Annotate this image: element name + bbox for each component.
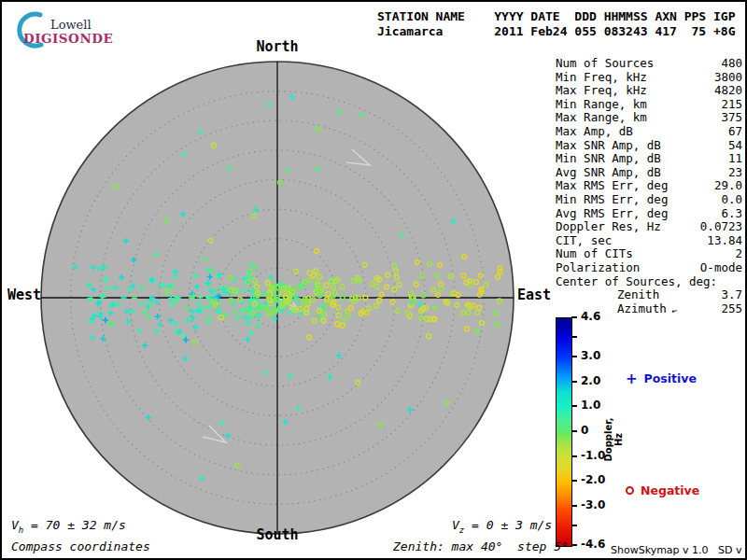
- compass-label-north: North: [256, 38, 298, 55]
- vh-value: = 70 ± 32 m/s: [23, 518, 126, 532]
- stat-label: Center of Sources, deg:: [556, 275, 717, 289]
- stat-value: 11: [728, 152, 742, 166]
- stat-label: Min SNR Amp, dB: [556, 152, 661, 166]
- colorbar-tick: [571, 381, 577, 383]
- colorbar-tick-label: 1.0: [581, 399, 600, 412]
- stat-label: Max SNR Amp, dB: [556, 139, 661, 153]
- legend-negative-label: Negative: [641, 483, 699, 497]
- colorbar-tick-label: -1.0: [581, 449, 605, 462]
- stat-label: Min RMS Err, deg: [556, 193, 668, 207]
- stat-label: Avg SNR Amp, dB: [556, 166, 661, 180]
- stat-value: 2: [735, 247, 742, 261]
- software-version-text: ShowSkymap v 1.0 SD v 4.2: [611, 544, 747, 556]
- logo-digisonde-text: DIGISONDE: [23, 31, 113, 46]
- stat-row: CIT, sec13.84: [556, 234, 742, 248]
- stat-label: CIT, sec: [556, 234, 612, 248]
- stat-value: 375: [721, 111, 742, 125]
- stat-value: 480: [721, 57, 742, 71]
- stat-label: Max Freq, kHz: [556, 84, 647, 98]
- stat-value: 4820: [714, 84, 742, 98]
- colorbar-tick: [571, 430, 577, 432]
- colorbar-tick-label: 3.0: [581, 349, 600, 362]
- colorbar-tick-label: -4.6: [581, 538, 605, 551]
- stat-value: 23: [728, 166, 742, 180]
- colorbar-tick-label: -2.0: [581, 473, 605, 486]
- stat-value: 3.7: [721, 288, 742, 302]
- stat-value: 0.0723: [700, 220, 742, 234]
- legend-positive-label: Positive: [644, 371, 697, 385]
- stat-label: Max RMS Err, deg: [556, 179, 668, 193]
- colorbar-tick: [571, 525, 577, 526]
- vh-symbol: V: [11, 518, 19, 532]
- vz-symbol: V: [452, 518, 459, 532]
- stat-value: 3800: [714, 71, 742, 85]
- stat-value: 29.0: [714, 179, 742, 193]
- stat-value: 0.0: [721, 193, 742, 207]
- stat-label: Num of CITs: [556, 247, 633, 261]
- logo-lowell-text: Lowell: [50, 18, 92, 32]
- stat-row: Min RMS Err, deg0.0: [556, 193, 742, 207]
- compass-label-east: East: [517, 287, 551, 303]
- stat-row: Max RMS Err, deg29.0: [556, 179, 742, 193]
- stat-label: Azimuth↑: [556, 302, 678, 317]
- stat-value: 215: [721, 98, 742, 112]
- skymap-window: Lowell DIGISONDE STATION NAME YYYY DATE …: [0, 0, 747, 560]
- colorbar-tick-label: 2.0: [581, 374, 600, 387]
- stat-row: Max Range, km375: [556, 111, 742, 125]
- vz-value: = 0 ± 3 m/s: [464, 518, 552, 532]
- colorbar-title: Doppler, Hz: [603, 412, 624, 468]
- stat-row: Min Range, km215: [556, 98, 742, 112]
- colorbar-tick: [571, 405, 577, 407]
- azimuth-direction-icon: ↑: [667, 306, 682, 315]
- colorbar-tick: [571, 356, 577, 357]
- stat-label: Min Freq, kHz: [556, 71, 647, 85]
- colorbar-tick-label: 0: [581, 424, 588, 437]
- stat-value: 67: [728, 125, 742, 139]
- colorbar-tick: [571, 455, 577, 457]
- stat-row: Num of Sources480: [556, 57, 742, 71]
- compass-label-south: South: [256, 526, 298, 543]
- legend-positive: + Positive: [626, 371, 697, 385]
- stat-label: Max Range, km: [556, 111, 647, 125]
- stat-row: Min SNR Amp, dB11: [556, 152, 742, 166]
- stat-row: Max Freq, kHz4820: [556, 84, 742, 98]
- colorbar-tick-label: 4.6: [581, 310, 600, 323]
- stat-label: Num of Sources: [556, 57, 654, 71]
- colorbar-tick: [571, 544, 577, 546]
- stat-row: Min Freq, kHz3800: [556, 71, 742, 85]
- stat-row: Zenith3.7: [556, 288, 742, 302]
- stat-row: Max Amp, dB67: [556, 125, 742, 139]
- stat-label: Max Amp, dB: [556, 125, 633, 139]
- stat-row: Max SNR Amp, dB54: [556, 139, 742, 153]
- legend-negative: Negative: [626, 483, 699, 497]
- colorbar-tick: [571, 505, 577, 507]
- digisonde-logo: Lowell DIGISONDE: [7, 6, 120, 50]
- stat-row: Num of CITs2: [556, 247, 742, 261]
- colorbar-tick: [571, 480, 577, 482]
- header-column-titles: STATION NAME YYYY DATE DDD HHMMSS AXN PP…: [377, 9, 736, 23]
- doppler-colorbar: [556, 317, 572, 547]
- stat-row: PolarizationO-mode: [556, 261, 742, 275]
- stat-row: Avg RMS Err, deg6.3: [556, 207, 742, 221]
- stats-panel: Num of Sources480Min Freq, kHz3800Max Fr…: [556, 57, 742, 316]
- horizontal-velocity-readout: Vh = 70 ± 32 m/s: [11, 518, 126, 535]
- vertical-velocity-readout: Vz = 0 ± 3 m/s: [452, 518, 552, 535]
- header-station-values: Jicamarca 2011 Feb24 055 083243 417 75 +…: [377, 24, 736, 38]
- stat-label: Doppler Res, Hz: [556, 220, 661, 234]
- colorbar-tick: [571, 316, 577, 318]
- stat-row: Center of Sources, deg:: [556, 275, 742, 289]
- colorbar-tick: [571, 336, 577, 338]
- ring-marker-icon: [626, 486, 634, 495]
- compass-label-west: West: [7, 287, 41, 303]
- stat-label: Avg RMS Err, deg: [556, 207, 668, 221]
- stat-value: 54: [728, 139, 742, 153]
- stat-value: 13.84: [707, 234, 742, 248]
- zenith-scale-note: Zenith: max 40° step 5°: [393, 539, 569, 553]
- stat-row: Avg SNR Amp, dB23: [556, 166, 742, 180]
- plus-marker-icon: +: [626, 374, 638, 384]
- stat-value: 255: [721, 302, 742, 317]
- stat-value: O-mode: [700, 261, 742, 275]
- stat-label: Min Range, km: [556, 98, 647, 112]
- colorbar-tick-label: -3.0: [581, 498, 605, 511]
- stat-row: Doppler Res, Hz0.0723: [556, 220, 742, 234]
